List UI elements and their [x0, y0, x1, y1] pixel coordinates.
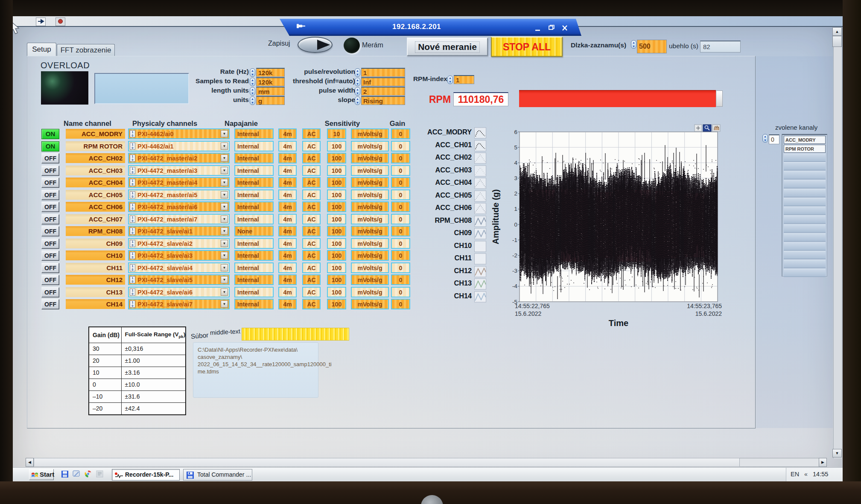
svg-text:6: 6	[514, 129, 517, 135]
svg-text:15.6.2022: 15.6.2022	[695, 310, 722, 317]
svg-text:5: 5	[514, 144, 517, 151]
svg-text:2: 2	[514, 190, 517, 197]
svg-text:1: 1	[514, 206, 517, 212]
svg-text:Time: Time	[609, 318, 628, 328]
svg-text:15.6.2022: 15.6.2022	[515, 310, 541, 317]
svg-text:4: 4	[514, 160, 517, 166]
svg-text:-4: -4	[512, 283, 517, 289]
svg-text:-1: -1	[512, 237, 517, 243]
svg-text:-2: -2	[512, 252, 517, 259]
svg-text:-3: -3	[512, 268, 517, 274]
svg-text:Amplitude (g): Amplitude (g)	[491, 189, 500, 245]
svg-text:14:55:22,765: 14:55:22,765	[515, 303, 550, 309]
svg-text:0: 0	[514, 221, 517, 228]
svg-text:3: 3	[514, 175, 517, 181]
svg-text:14:55:23,765: 14:55:23,765	[687, 303, 722, 309]
